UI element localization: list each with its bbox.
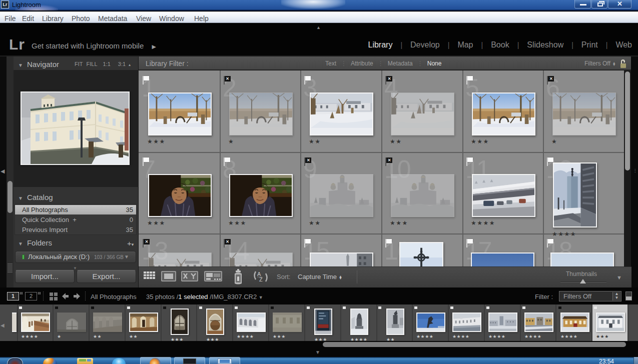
svg-text:Z: Z [259,276,263,282]
